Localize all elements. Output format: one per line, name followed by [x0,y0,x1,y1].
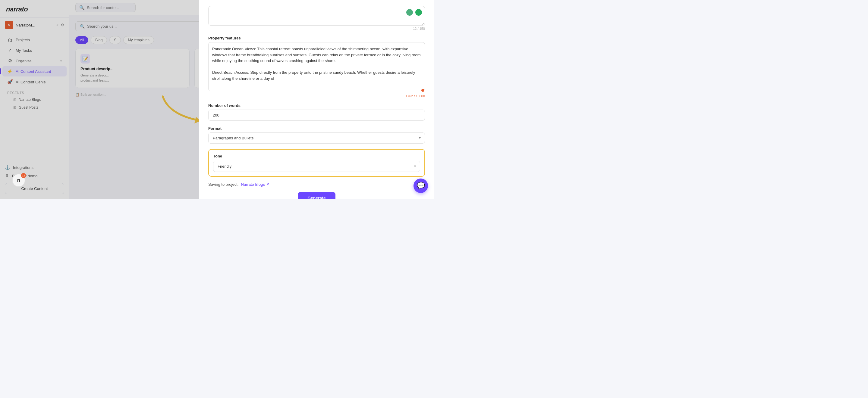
saving-project-link[interactable]: Narrato Blogs ↗ [241,182,269,187]
modal-overlay: 12 / 150 Property features Panoramic Oce… [0,0,434,199]
app-container: narrato N NarratoM... ✓ ⚙ 🗂 Projects ✓ M… [0,0,434,199]
property-features-textarea[interactable]: Panoramic Ocean Views: This coastal retr… [208,42,425,91]
top-right-icons [406,8,423,16]
generate-button[interactable]: Generate [298,192,336,199]
external-link-icon: ↗ [266,182,269,186]
floating-n-label: n [17,177,21,184]
format-label: Format [208,126,425,131]
tone-select-wrapper: Friendly Professional Casual Formal Witt… [213,161,420,172]
tone-select[interactable]: Friendly Professional Casual Formal Witt… [213,161,420,172]
notification-badge: 11 [21,173,26,178]
saving-prefix: Saving to project: [208,182,239,187]
property-features-wrapper: Panoramic Ocean Views: This coastal retr… [208,42,425,92]
chat-icon: 💬 [417,182,425,190]
tone-section: Tone Friendly Professional Casual Formal… [208,149,425,177]
top-textarea[interactable] [208,6,425,26]
generate-btn-wrapper: Generate [208,192,425,199]
floating-n-button[interactable]: n 11 [12,174,25,187]
format-section: Format Paragraphs and Bullets Paragraphs… [208,126,425,143]
avatar-1 [406,8,413,16]
format-select-wrapper: Paragraphs and Bullets Paragraphs Bullet… [208,132,425,143]
property-features-label: Property features [208,36,425,40]
top-textarea-wrapper [208,6,425,27]
number-of-words-section: Number of words [208,103,425,121]
saving-row: Saving to project: Narrato Blogs ↗ [208,182,425,187]
avatar-2 [415,8,423,16]
form-panel: 12 / 150 Property features Panoramic Oce… [199,0,434,199]
form-top-section: 12 / 150 [208,6,425,30]
top-char-count: 12 / 150 [208,27,425,30]
number-of-words-label: Number of words [208,103,425,108]
saving-project-name: Narrato Blogs [241,182,265,187]
chat-button[interactable]: 💬 [413,178,428,193]
tone-label: Tone [213,154,420,158]
format-select[interactable]: Paragraphs and Bullets Paragraphs Bullet… [208,132,425,143]
number-of-words-input[interactable] [208,109,425,121]
property-features-section: Property features Panoramic Ocean Views:… [208,36,425,98]
red-dot-indicator [421,89,424,92]
property-features-char-count: 1762 / 10000 [208,94,425,98]
